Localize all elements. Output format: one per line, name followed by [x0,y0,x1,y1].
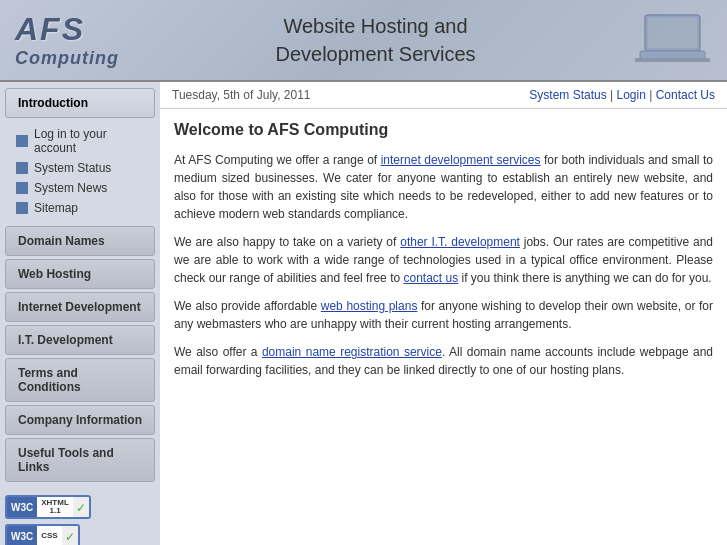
internet-dev-link[interactable]: internet development services [381,153,541,167]
main-container: Introduction Log in to your account Syst… [0,82,727,545]
content-topbar: Tuesday, 5th of July, 2011 System Status… [160,82,727,109]
svg-rect-2 [640,51,705,59]
bullet-icon [16,202,28,214]
sidebar-subitem-system-status[interactable]: System Status [8,158,160,178]
sidebar-sub-items: Log in to your account System Status Sys… [0,121,160,223]
w3c-css-badge[interactable]: W3C CSS ✓ [5,524,80,545]
contact-link[interactable]: Contact Us [656,88,715,102]
bullet-icon [16,162,28,174]
sidebar-item-introduction[interactable]: Introduction [5,88,155,118]
xhtml-label: XHTML 1.1 [37,497,73,517]
check-icon: ✓ [62,526,78,545]
hosting-plans-link[interactable]: web hosting plans [321,299,418,313]
logo-afs: AFS [15,11,119,48]
it-dev-link[interactable]: other I.T. development [400,235,520,249]
css-label: CSS [37,526,61,545]
svg-rect-3 [635,58,710,62]
sidebar-item-company-info[interactable]: Company Information [5,405,155,435]
sidebar-subitem-sitemap[interactable]: Sitemap [8,198,160,218]
header-tagline: Website Hosting and Development Services [119,12,632,68]
svg-rect-1 [648,18,697,48]
sidebar-subitem-system-news[interactable]: System News [8,178,160,198]
w3c-label: W3C [7,526,37,545]
check-icon: ✓ [73,497,89,517]
sidebar-item-it-development[interactable]: I.T. Development [5,325,155,355]
content-area: Tuesday, 5th of July, 2011 System Status… [160,82,727,545]
header: AFS Computing Website Hosting and Develo… [0,0,727,82]
page-title: Welcome to AFS Computing [174,121,713,139]
sidebar: Introduction Log in to your account Syst… [0,82,160,545]
sidebar-item-domain-names[interactable]: Domain Names [5,226,155,256]
bullet-icon [16,182,28,194]
date-display: Tuesday, 5th of July, 2011 [172,88,311,102]
sidebar-subitem-login[interactable]: Log in to your account [8,124,160,158]
w3c-badges: W3C XHTML 1.1 ✓ W3C CSS ✓ W3C WAI-AA WCA… [0,485,160,545]
laptop-image [632,10,712,70]
w3c-xhtml-badge[interactable]: W3C XHTML 1.1 ✓ [5,495,91,519]
system-status-link[interactable]: System Status [529,88,606,102]
contact-us-link[interactable]: contact us [403,271,458,285]
sidebar-item-internet-development[interactable]: Internet Development [5,292,155,322]
top-links: System Status | Login | Contact Us [529,88,715,102]
logo: AFS Computing [15,11,119,69]
login-link[interactable]: Login [616,88,645,102]
content-para-3: We also provide affordable web hosting p… [174,297,713,333]
content-para-1: At AFS Computing we offer a range of int… [174,151,713,223]
content-body: Welcome to AFS Computing At AFS Computin… [160,109,727,401]
logo-computing: Computing [15,48,119,69]
sidebar-item-terms[interactable]: Terms and Conditions [5,358,155,402]
w3c-label: W3C [7,497,37,517]
content-para-4: We also offer a domain name registration… [174,343,713,379]
domain-reg-link[interactable]: domain name registration service [262,345,442,359]
sidebar-item-useful-tools[interactable]: Useful Tools and Links [5,438,155,482]
sidebar-item-web-hosting[interactable]: Web Hosting [5,259,155,289]
bullet-icon [16,135,28,147]
content-para-2: We are also happy to take on a variety o… [174,233,713,287]
